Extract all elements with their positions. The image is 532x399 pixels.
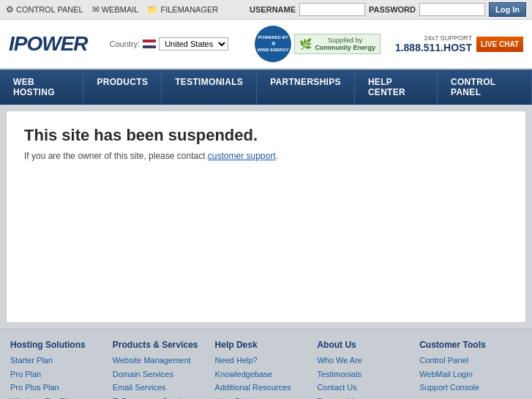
flag-icon: [143, 40, 156, 48]
filemanager-link[interactable]: 📁 FILEMANAGER: [147, 4, 218, 15]
password-label: PASSWORD: [369, 5, 416, 14]
footer-link-contact[interactable]: Contact Us: [317, 381, 412, 395]
footer-col-hosting-heading: Hosting Solutions: [10, 340, 105, 350]
live-chat-button[interactable]: LIVE CHAT: [476, 37, 523, 52]
suspended-text: If you are the owner of this site, pleas…: [24, 151, 508, 161]
footer-link-email[interactable]: Email Services: [113, 381, 208, 395]
support-box: 24x7 SUPPORT 1.888.511.HOST: [395, 34, 472, 53]
footer-link-proplus[interactable]: Pro Plus Plan: [10, 381, 105, 395]
support-phone: 1.888.511.HOST: [395, 42, 472, 53]
filemanager-label: FILEMANAGER: [160, 5, 218, 14]
footer-link-domain[interactable]: Domain Services: [113, 368, 208, 381]
filemanager-icon: 📁: [147, 4, 158, 15]
logo: IPOWER: [9, 32, 88, 56]
control-panel-icon: ⚙: [6, 4, 14, 15]
password-input[interactable]: [419, 3, 485, 16]
footer-link-user-guide[interactable]: User Guide: [215, 395, 310, 399]
footer-link-webmail-login[interactable]: WebMail Login: [419, 368, 514, 381]
powered-line1: POWERED BY: [258, 35, 288, 40]
footer-link-windows[interactable]: Windows Pro Plan: [10, 395, 105, 399]
footer: Hosting Solutions Starter Plan Pro Plan …: [0, 329, 532, 399]
footer-link-website-mgmt[interactable]: Website Management: [113, 354, 208, 368]
country-label: Country:: [110, 40, 141, 48]
footer-col-about: About Us Who We Are Testimonials Contact…: [317, 340, 419, 399]
footer-link-who[interactable]: Who We Are: [317, 354, 412, 368]
username-label: USERNAME: [250, 5, 296, 14]
footer-link-cpanel[interactable]: Control Panel: [419, 354, 514, 368]
webmail-link[interactable]: ✉ WEBMAIL: [92, 4, 139, 15]
login-button[interactable]: Log In: [489, 2, 526, 17]
footer-col-about-heading: About Us: [317, 340, 412, 350]
nav-testimonials[interactable]: TESTIMONIALS: [162, 70, 257, 105]
footer-link-starter[interactable]: Starter Plan: [10, 354, 105, 368]
control-panel-link[interactable]: ⚙ CONTROL PANEL: [6, 4, 83, 15]
main-content: This site has been suspended. If you are…: [0, 105, 532, 329]
supplied-box: 🌿 Supplied by Community Energy: [294, 34, 381, 54]
footer-col-products: Products & Services Website Management D…: [113, 340, 215, 399]
suspended-title: This site has been suspended.: [24, 126, 508, 145]
footer-link-support-console[interactable]: Support Console: [419, 381, 514, 395]
footer-col-hosting: Hosting Solutions Starter Plan Pro Plan …: [10, 340, 113, 399]
nav-web-hosting[interactable]: WEB HOSTING: [0, 70, 83, 105]
content-box: This site has been suspended. If you are…: [6, 111, 526, 323]
powered-line2: WIND ENERGY: [258, 48, 289, 53]
top-bar: ⚙ CONTROL PANEL ✉ WEBMAIL 📁 FILEMANAGER …: [0, 0, 532, 20]
leaf-icon: 🌿: [299, 38, 312, 50]
footer-link-additional[interactable]: Additional Resources: [215, 381, 310, 395]
footer-col-products-heading: Products & Services: [113, 340, 208, 350]
supplied-text: Supplied by: [328, 37, 362, 44]
footer-link-pro[interactable]: Pro Plan: [10, 368, 105, 381]
footer-link-knowledgebase[interactable]: Knowledgebase: [215, 368, 310, 381]
footer-col-helpdesk: Help Desk Need Help? Knowledgebase Addit…: [215, 340, 318, 399]
green-energy-badge: POWERED BY ★ WIND ENERGY 🌿 Supplied by C…: [255, 26, 381, 62]
footer-col-tools: Customer Tools Control Panel WebMail Log…: [419, 340, 522, 399]
customer-support-link[interactable]: customer support: [208, 151, 276, 161]
header: IPOWER Country: United States POWERED BY…: [0, 20, 532, 70]
support-section: 24x7 SUPPORT 1.888.511.HOST LIVE CHAT: [395, 34, 523, 53]
nav-partnerships[interactable]: PARTNERSHIPS: [257, 70, 355, 105]
footer-link-ecommerce[interactable]: E-Commerce Services: [113, 395, 208, 399]
nav-help-center[interactable]: HELP CENTER: [355, 70, 438, 105]
footer-link-need-help[interactable]: Need Help?: [215, 354, 310, 368]
country-selector: Country: United States: [110, 37, 229, 51]
webmail-icon: ✉: [92, 4, 100, 15]
country-dropdown[interactable]: United States: [159, 37, 228, 51]
login-form: USERNAME PASSWORD Log In: [250, 2, 526, 17]
community-energy-text: Community Energy: [315, 44, 375, 51]
footer-col-tools-heading: Customer Tools: [419, 340, 514, 350]
logo-text: IPOWER: [9, 32, 88, 55]
footer-col-helpdesk-heading: Help Desk: [215, 340, 310, 350]
footer-link-testimonials[interactable]: Testimonials: [317, 368, 412, 381]
nav-products[interactable]: PRODUCTS: [83, 70, 162, 105]
footer-link-partnerships[interactable]: Partnerships: [317, 395, 412, 399]
username-input[interactable]: [299, 3, 365, 16]
main-nav: WEB HOSTING PRODUCTS TESTIMONIALS PARTNE…: [0, 70, 532, 105]
support-247-text: 24x7 SUPPORT: [395, 34, 472, 42]
control-panel-label: CONTROL PANEL: [16, 5, 83, 14]
nav-control-panel[interactable]: CONTROL PANEL: [438, 70, 532, 105]
footer-columns: Hosting Solutions Starter Plan Pro Plan …: [10, 340, 522, 399]
webmail-label: WEBMAIL: [102, 5, 139, 14]
wind-energy-badge: POWERED BY ★ WIND ENERGY: [255, 26, 291, 62]
